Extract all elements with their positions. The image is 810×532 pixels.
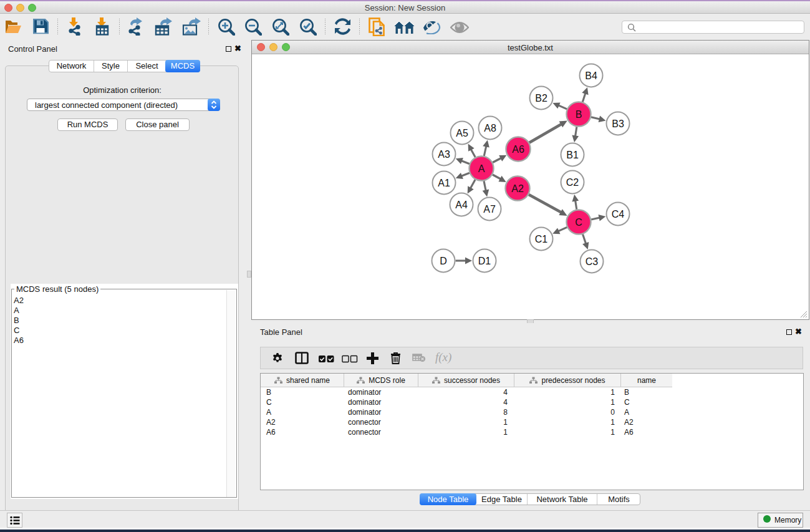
- svg-text:A4: A4: [455, 200, 468, 210]
- svg-text:C4: C4: [612, 209, 625, 220]
- svg-text:D: D: [440, 256, 447, 266]
- svg-text:D1: D1: [478, 256, 491, 266]
- svg-text:C3: C3: [586, 256, 599, 267]
- svg-text:C2: C2: [566, 177, 579, 188]
- svg-text:A8: A8: [484, 123, 496, 133]
- svg-text:B4: B4: [585, 70, 597, 81]
- svg-text:B2: B2: [535, 93, 547, 104]
- svg-text:A6: A6: [512, 144, 524, 155]
- svg-text:C: C: [575, 217, 582, 228]
- svg-text:A1: A1: [438, 178, 450, 188]
- svg-text:C1: C1: [535, 234, 548, 244]
- svg-text:A2: A2: [511, 183, 524, 194]
- svg-text:A: A: [478, 163, 485, 174]
- svg-text:A3: A3: [438, 149, 450, 160]
- svg-text:A7: A7: [483, 204, 496, 215]
- svg-text:B1: B1: [566, 150, 579, 160]
- svg-text:B: B: [576, 109, 582, 120]
- svg-text:B3: B3: [612, 118, 624, 129]
- svg-text:A5: A5: [456, 128, 468, 138]
